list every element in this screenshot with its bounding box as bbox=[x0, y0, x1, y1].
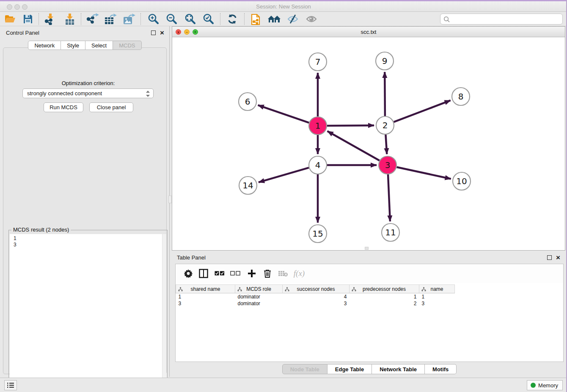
developers-panel-button[interactable] bbox=[4, 380, 17, 390]
table-cell[interactable]: 3 bbox=[283, 300, 350, 307]
panel-divider-handle[interactable] bbox=[168, 196, 172, 203]
optimization-criterion-select[interactable]: strongly connected component bbox=[22, 88, 154, 98]
graph-node-3[interactable]: 3 bbox=[379, 156, 396, 174]
graph-node-10[interactable]: 10 bbox=[453, 172, 471, 190]
import-table-button[interactable] bbox=[62, 13, 77, 25]
column-header-predecessor-nodes[interactable]: predecessor nodes bbox=[350, 285, 419, 293]
tab-motifs[interactable]: Motifs bbox=[425, 364, 457, 374]
graph-node-4[interactable]: 4 bbox=[309, 156, 327, 174]
graph-node-8[interactable]: 8 bbox=[452, 88, 470, 105]
mcds-result-scrollbar[interactable] bbox=[162, 234, 166, 391]
tab-select[interactable]: Select bbox=[85, 41, 113, 50]
graph-node-7[interactable]: 7 bbox=[309, 53, 327, 71]
memory-button[interactable]: Memory bbox=[527, 380, 563, 390]
table-cell[interactable]: 4 bbox=[283, 293, 350, 300]
table-cell[interactable]: dominator bbox=[235, 300, 283, 307]
delete-column-button[interactable] bbox=[261, 267, 274, 280]
graph-edge-3-1[interactable] bbox=[328, 131, 380, 160]
zoom-fit-button[interactable] bbox=[182, 13, 198, 25]
unchecked-boxes-icon bbox=[230, 271, 240, 276]
graph-node-2[interactable]: 2 bbox=[376, 116, 394, 134]
run-mcds-button[interactable]: Run MCDS bbox=[44, 102, 83, 112]
graph-node-1[interactable]: 1 bbox=[309, 117, 327, 135]
export-table-button[interactable] bbox=[103, 13, 118, 25]
zoom-in-button[interactable] bbox=[146, 13, 161, 25]
zoom-selected-button[interactable] bbox=[201, 13, 216, 25]
control-panel-title: Control Panel bbox=[6, 30, 39, 36]
close-panel-icon[interactable]: × bbox=[160, 30, 164, 35]
table-row[interactable]: 3dominator323 bbox=[176, 300, 455, 307]
import-network-icon bbox=[44, 13, 56, 25]
graph-edge-4-14[interactable] bbox=[259, 168, 309, 182]
search-input[interactable] bbox=[451, 14, 561, 24]
graph-node-9[interactable]: 9 bbox=[376, 52, 394, 70]
graph-edge-3-10[interactable] bbox=[397, 167, 451, 179]
graph-node-label: 14 bbox=[242, 180, 253, 190]
network-resize-handle[interactable] bbox=[365, 247, 369, 250]
table-panel-title: Table Panel bbox=[177, 254, 206, 261]
network-from-file-button[interactable] bbox=[248, 13, 264, 25]
float-table-panel-icon[interactable] bbox=[547, 255, 552, 260]
close-panel-button[interactable]: Close panel bbox=[89, 102, 133, 112]
add-column-button[interactable] bbox=[245, 267, 259, 280]
graph-node-label: 9 bbox=[382, 56, 388, 66]
column-type-icon bbox=[352, 287, 356, 292]
network-canvas[interactable]: 7968124314101511 bbox=[172, 37, 565, 250]
select-all-columns-button[interactable] bbox=[213, 267, 226, 280]
node-table: shared nameMCDS rolesuccessor nodesprede… bbox=[176, 284, 455, 307]
network-graph: 7968124314101511 bbox=[172, 37, 565, 250]
tab-node-table[interactable]: Node Table bbox=[282, 364, 328, 374]
column-header-shared-name[interactable]: shared name bbox=[176, 285, 235, 293]
table-cell[interactable]: 1 bbox=[419, 293, 455, 300]
column-header-MCDS-role[interactable]: MCDS role bbox=[235, 285, 283, 293]
search-box[interactable] bbox=[440, 14, 563, 25]
home-button[interactable] bbox=[267, 13, 282, 25]
deselect-all-columns-button[interactable] bbox=[228, 267, 242, 280]
tab-mcds[interactable]: MCDS bbox=[113, 41, 141, 50]
hide-graphics-details-button[interactable] bbox=[285, 13, 300, 25]
tab-edge-table[interactable]: Edge Table bbox=[328, 364, 372, 374]
tab-network[interactable]: Network bbox=[28, 41, 61, 50]
table-cell[interactable]: dominator bbox=[235, 293, 283, 300]
column-header-name[interactable]: name bbox=[419, 285, 455, 293]
graph-node-11[interactable]: 11 bbox=[382, 224, 399, 241]
table-cell[interactable]: 2 bbox=[350, 300, 419, 307]
graph-edge-2-8[interactable] bbox=[394, 100, 451, 122]
control-panel-header: Control Panel × bbox=[0, 26, 169, 39]
titlebar: Session: New Session bbox=[0, 1, 567, 12]
table-cell[interactable]: 1 bbox=[350, 293, 419, 300]
tab-network-table[interactable]: Network Table bbox=[372, 364, 425, 374]
column-type-icon bbox=[421, 287, 426, 292]
table-cell[interactable]: 3 bbox=[176, 300, 235, 307]
float-panel-icon[interactable] bbox=[151, 30, 156, 35]
show-graphics-details-button[interactable] bbox=[304, 13, 319, 25]
graph-edge-3-11[interactable] bbox=[388, 174, 390, 221]
import-network-button[interactable] bbox=[42, 13, 58, 25]
refresh-view-button[interactable] bbox=[225, 13, 240, 25]
graph-node-label: 10 bbox=[456, 176, 467, 186]
table-settings-button[interactable] bbox=[182, 267, 195, 280]
graph-node-15[interactable]: 15 bbox=[309, 225, 327, 243]
apply-function-button[interactable]: f(x) bbox=[292, 267, 306, 280]
close-table-panel-icon[interactable]: × bbox=[556, 255, 560, 260]
save-session-button[interactable] bbox=[20, 13, 36, 25]
graph-edge-2-9[interactable] bbox=[385, 72, 385, 116]
export-image-button[interactable] bbox=[121, 13, 137, 25]
table-cell[interactable]: 1 bbox=[176, 293, 235, 300]
delete-table-button[interactable] bbox=[276, 267, 290, 280]
application-window: Session: New Session bbox=[0, 0, 567, 392]
toggle-panes-button[interactable] bbox=[197, 267, 210, 280]
mcds-result-text[interactable]: 1 3 bbox=[10, 234, 162, 391]
tab-style[interactable]: Style bbox=[61, 41, 85, 50]
graph-edge-1-6[interactable] bbox=[258, 105, 309, 123]
column-header-successor-nodes[interactable]: successor nodes bbox=[283, 285, 350, 293]
table-cell[interactable]: 3 bbox=[419, 300, 455, 307]
graph-edge-1-2[interactable] bbox=[327, 125, 374, 126]
table-row[interactable]: 1dominator411 bbox=[176, 293, 455, 300]
open-session-button[interactable] bbox=[3, 13, 18, 25]
graph-node-6[interactable]: 6 bbox=[239, 93, 256, 110]
graph-edge-2-3[interactable] bbox=[385, 135, 387, 154]
zoom-out-button[interactable] bbox=[164, 13, 179, 25]
graph-node-14[interactable]: 14 bbox=[239, 177, 257, 194]
export-network-button[interactable] bbox=[85, 13, 100, 25]
